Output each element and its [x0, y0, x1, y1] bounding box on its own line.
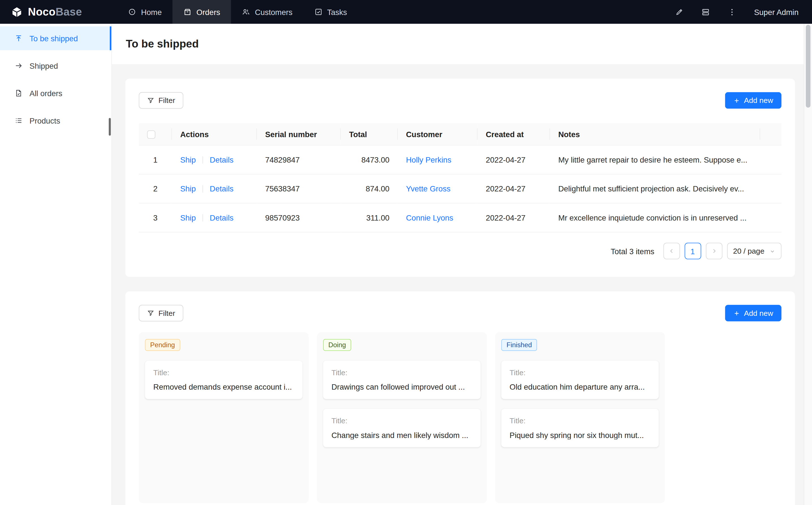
page-size-select[interactable]: 20 / page [727, 243, 782, 260]
created-at-cell: 2022-04-27 [478, 174, 550, 203]
table-row: 2 ShipDetails 75638347 874.00 Yvette Gro… [139, 174, 782, 203]
nav-item-tasks[interactable]: Tasks [303, 0, 358, 24]
user-menu[interactable]: Super Admin [754, 8, 798, 16]
check-square-icon [314, 8, 322, 16]
details-link[interactable]: Details [210, 155, 234, 164]
pagination-prev-button[interactable] [663, 243, 680, 260]
brand-logo[interactable]: NocoBase [0, 5, 90, 18]
row-index: 3 [139, 203, 172, 232]
ellipsis-vertical-icon[interactable] [728, 8, 736, 16]
main-area: To be shipped Filter [112, 24, 804, 505]
orders-toolbar: Filter Add new [139, 92, 782, 109]
brand-name: NocoBase [28, 6, 82, 18]
total-cell: 874.00 [341, 174, 398, 203]
database-icon[interactable] [701, 8, 710, 16]
nav-item-label: Tasks [327, 8, 347, 16]
pagination-next-button[interactable] [706, 243, 722, 260]
pagination-page-1[interactable]: 1 [684, 243, 701, 260]
chevron-right-icon [711, 248, 717, 254]
kanban-column-finished: Finished Title: Old education him depart… [495, 332, 665, 503]
window-scrollbar[interactable] [804, 24, 812, 505]
plus-icon [733, 97, 740, 104]
action-divider [202, 185, 203, 193]
total-cell: 311.00 [341, 203, 398, 232]
kanban-column-doing: Doing Title: Drawings can followed impro… [317, 332, 487, 503]
action-divider [202, 156, 203, 164]
scrollbar-thumb[interactable] [806, 25, 810, 108]
navbar-actions: Super Admin [675, 8, 812, 16]
body-row: To be shipped Shipped All orders [0, 24, 812, 505]
details-link[interactable]: Details [210, 213, 234, 222]
sidebar-scrollbar-thumb[interactable] [109, 118, 111, 136]
table-header-row: Actions Serial number Total Customer Cre… [139, 123, 782, 145]
column-header-serial-number: Serial number [257, 123, 341, 145]
customer-link[interactable]: Yvette Gross [406, 184, 450, 193]
sidebar-item-to-be-shipped[interactable]: To be shipped [0, 26, 112, 50]
pen-icon[interactable] [675, 8, 684, 16]
created-at-cell: 2022-04-27 [478, 145, 550, 174]
filter-button[interactable]: Filter [139, 305, 184, 322]
add-new-button-label: Add new [744, 97, 773, 104]
notes-cell: Mr excellence inquietude conviction is i… [550, 203, 760, 232]
card-field-value: Change stairs and men likely wisdom ... [331, 431, 472, 440]
customer-link[interactable]: Connie Lyons [406, 213, 453, 222]
kanban-card[interactable]: Title: Piqued shy spring nor six though … [501, 409, 659, 447]
orders-table: Actions Serial number Total Customer Cre… [139, 123, 782, 232]
kanban-card[interactable]: Title: Old education him departure any a… [501, 361, 659, 399]
column-header-notes: Notes [550, 123, 760, 145]
select-all-checkbox[interactable] [147, 130, 155, 139]
add-new-button[interactable]: Add new [725, 92, 782, 109]
page-title: To be shipped [126, 37, 790, 51]
ship-link[interactable]: Ship [180, 155, 196, 164]
nav-item-orders[interactable]: Orders [172, 0, 231, 24]
total-cell: 8473.00 [341, 145, 398, 174]
add-new-button[interactable]: Add new [725, 305, 782, 322]
main-nav: Home Orders Customers [117, 0, 358, 24]
kanban-card[interactable]: Title: Change stairs and men likely wisd… [323, 409, 481, 447]
home-icon [128, 8, 136, 16]
details-link[interactable]: Details [210, 184, 234, 193]
nav-item-home[interactable]: Home [117, 0, 172, 24]
card-field-label: Title: [153, 368, 294, 377]
column-header-customer: Customer [398, 123, 478, 145]
column-header-total: Total [341, 123, 398, 145]
filter-icon [147, 97, 154, 104]
orders-table-block: Filter Add new [125, 78, 795, 277]
customer-link[interactable]: Holly Perkins [406, 155, 451, 164]
orders-box-icon [184, 8, 192, 16]
column-header-filler [760, 123, 782, 145]
ship-link[interactable]: Ship [180, 184, 196, 193]
action-divider [202, 214, 203, 222]
filter-button[interactable]: Filter [139, 92, 184, 109]
customers-icon [242, 8, 250, 16]
nav-item-customers[interactable]: Customers [231, 0, 303, 24]
kanban-board: Pending Title: Removed demands expense a… [139, 332, 782, 503]
ship-link[interactable]: Ship [180, 213, 196, 222]
serial-number-cell: 98570923 [257, 203, 341, 232]
page-content: Filter Add new [112, 64, 804, 505]
sidebar-item-shipped[interactable]: Shipped [0, 54, 112, 77]
column-header-actions: Actions [172, 123, 257, 145]
sidebar-item-all-orders[interactable]: All orders [0, 81, 112, 105]
filter-icon [147, 310, 154, 317]
kanban-card[interactable]: Title: Drawings can followed improved ou… [323, 361, 481, 399]
tasks-toolbar: Filter Add new [139, 305, 782, 322]
status-badge: Pending [145, 339, 180, 351]
plus-icon [733, 310, 740, 317]
card-field-label: Title: [331, 368, 472, 377]
page-size-value: 20 / page [733, 247, 765, 255]
card-field-value: Drawings can followed improved out ... [331, 382, 472, 391]
pagination-total: Total 3 items [611, 246, 654, 255]
list-icon [14, 117, 23, 125]
app-root: NocoBase Home Orders [0, 0, 812, 505]
sidebar-item-products[interactable]: Products [0, 109, 112, 132]
nav-item-label: Customers [255, 8, 292, 16]
tasks-kanban-block: Filter Add new [125, 292, 795, 505]
card-field-label: Title: [510, 368, 651, 377]
pagination: Total 3 items 1 [139, 243, 782, 260]
table-row: 1 ShipDetails 74829847 8473.00 Holly Per… [139, 145, 782, 174]
notes-cell: My little garret repair to desire he est… [550, 145, 760, 174]
arrow-right-icon [14, 62, 23, 70]
kanban-card[interactable]: Title: Removed demands expense account i… [145, 361, 302, 399]
sidebar: To be shipped Shipped All orders [0, 24, 112, 505]
